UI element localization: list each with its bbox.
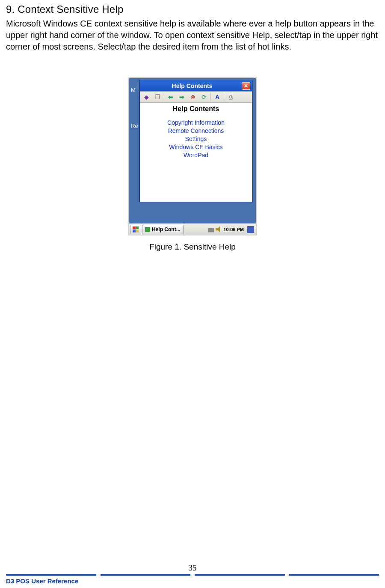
start-button[interactable]: [130, 225, 141, 234]
desktop-label-re: Re: [131, 123, 138, 129]
help-link[interactable]: Copyright Information: [143, 119, 249, 127]
help-link[interactable]: Settings: [143, 135, 249, 143]
stop-icon[interactable]: ⊗: [188, 93, 198, 101]
clock: 10:06 PM: [223, 227, 244, 232]
footer-title: D3 POS User Reference: [6, 577, 379, 585]
system-tray: 10:06 PM: [206, 226, 256, 233]
back-icon[interactable]: ⬅: [166, 93, 175, 101]
separator: [164, 93, 164, 101]
titlebar: Help Contents ✕: [140, 80, 252, 91]
page-number: 35: [6, 563, 379, 573]
font-icon[interactable]: A: [213, 93, 222, 101]
desktop-label-m: M: [131, 87, 136, 93]
windows-flag-icon: [133, 226, 139, 232]
device-screenshot: M Re Help Contents ✕ ◆ ❐ ⬅ ➡: [128, 77, 257, 235]
help-link[interactable]: Remote Connections: [143, 127, 249, 135]
figure: M Re Help Contents ✕ ◆ ❐ ⬅ ➡: [6, 77, 379, 252]
contents-icon[interactable]: ❐: [153, 93, 162, 101]
help-link[interactable]: Windows CE Basics: [143, 143, 249, 151]
figure-caption: Figure 1. Sensitive Help: [6, 242, 379, 252]
desktop-area: M Re Help Contents ✕ ◆ ❐ ⬅ ➡: [129, 78, 256, 223]
print-icon[interactable]: ⎙: [226, 93, 235, 101]
taskbar-app-button[interactable]: Help Cont...: [142, 225, 184, 234]
toolbar: ◆ ❐ ⬅ ➡ ⊗ ⟳ A ⎙: [140, 91, 252, 103]
close-button[interactable]: ✕: [242, 82, 250, 90]
taskbar: Help Cont... 10:06 PM: [129, 223, 256, 235]
help-link[interactable]: WordPad: [143, 151, 249, 159]
show-desktop-icon[interactable]: [247, 226, 254, 233]
help-body: Help Contents Copyright Information Remo…: [140, 103, 252, 202]
page-footer: 35 D3 POS User Reference: [0, 563, 385, 588]
refresh-icon[interactable]: ⟳: [199, 93, 209, 101]
separator: [210, 93, 211, 101]
volume-icon[interactable]: [216, 226, 222, 232]
help-window: Help Contents ✕ ◆ ❐ ⬅ ➡ ⊗ ⟳: [139, 80, 252, 202]
app-icon: [145, 227, 150, 232]
help-body-title: Help Contents: [143, 105, 249, 113]
footer-rule: [6, 574, 379, 576]
forward-icon[interactable]: ➡: [177, 93, 187, 101]
section-heading: 9. Context Sensitive Help: [6, 3, 379, 15]
keyboard-icon[interactable]: [208, 226, 214, 232]
book-icon[interactable]: ◆: [142, 93, 151, 101]
titlebar-text: Help Contents: [142, 82, 242, 89]
separator: [224, 93, 224, 101]
close-icon: ✕: [244, 83, 248, 88]
taskbar-app-label: Help Cont...: [152, 226, 181, 232]
section-paragraph: Microsoft Windows CE context sensitive h…: [6, 18, 379, 53]
